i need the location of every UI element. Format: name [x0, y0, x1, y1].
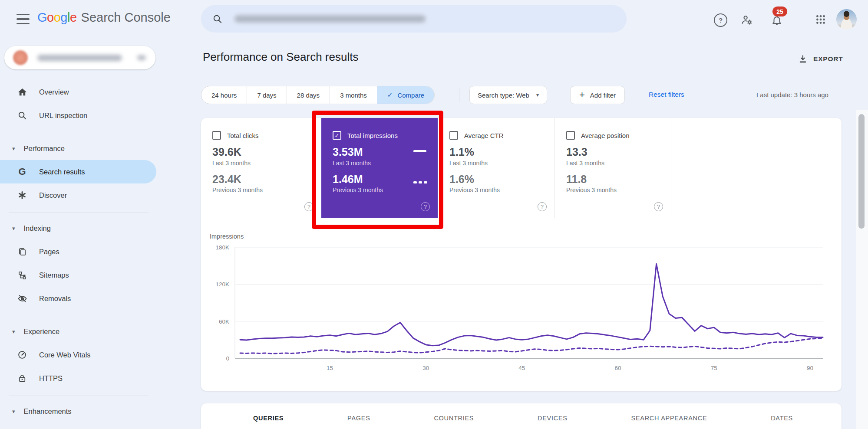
divider: [9, 396, 149, 396]
date-range-segmented-control: 24 hours 7 days 28 days 3 months ✓ Compa…: [201, 86, 435, 104]
svg-text:15: 15: [327, 365, 333, 371]
apps-grid-icon[interactable]: [815, 14, 826, 25]
sidebar-item-sitemaps[interactable]: Sitemaps: [0, 263, 157, 287]
sidebar: Overview URL inspection ▾ Performance G …: [0, 38, 157, 429]
sidebar-section-indexing[interactable]: ▾ Indexing: [0, 216, 157, 240]
sidebar-item-label: HTTPS: [39, 374, 63, 383]
svg-text:60K: 60K: [219, 318, 229, 325]
svg-text:30: 30: [422, 365, 429, 371]
hamburger-menu-icon[interactable]: [17, 14, 30, 24]
impressions-chart[interactable]: 060K120K180K153045607590: [201, 241, 842, 375]
user-settings-icon[interactable]: [741, 14, 753, 26]
sidebar-item-discover[interactable]: Discover: [0, 183, 157, 207]
sidebar-section-performance[interactable]: ▾ Performance: [0, 137, 157, 160]
divider: [9, 133, 149, 133]
metric-cards-row: Total clicks 39.6K Last 3 months 23.4K P…: [201, 118, 842, 218]
lock-icon: [17, 374, 28, 383]
sidebar-item-label: Sitemaps: [39, 271, 69, 279]
section-label: Experience: [24, 327, 60, 336]
svg-text:45: 45: [518, 365, 525, 371]
property-avatar: [13, 50, 28, 65]
app-name-label: Search Console: [81, 10, 171, 25]
chevron-down-icon: ▾: [12, 328, 15, 335]
property-selector-dropdown[interactable]: [4, 46, 155, 69]
tab-countries[interactable]: COUNTRIES: [434, 415, 474, 422]
metric-current-period: Last 3 months: [566, 160, 671, 167]
checkbox-unchecked-icon[interactable]: [212, 131, 221, 140]
metric-card-average-position[interactable]: Average position 13.3 Last 3 months 11.8…: [554, 118, 671, 218]
export-button[interactable]: EXPORT: [798, 52, 843, 66]
vertical-scrollbar[interactable]: [856, 110, 868, 429]
sidebar-section-experience[interactable]: ▾ Experience: [0, 320, 157, 343]
chevron-down-icon: [137, 55, 146, 60]
help-icon[interactable]: ?: [538, 202, 547, 211]
sidebar-item-removals[interactable]: Removals: [0, 287, 157, 310]
google-wordmark: Google: [37, 10, 77, 25]
google-g-icon: G: [17, 167, 28, 177]
reset-filters-link[interactable]: Reset filters: [649, 91, 684, 98]
metric-previous-value: 1.6%: [449, 174, 554, 186]
plus-icon: +: [579, 89, 585, 101]
search-type-dropdown[interactable]: Search type: Web ▾: [469, 86, 547, 104]
account-avatar[interactable]: [836, 9, 857, 29]
metric-current-value: 13.3: [566, 146, 671, 158]
tab-dates[interactable]: DATES: [771, 415, 793, 422]
metric-current-period: Last 3 months: [212, 160, 321, 167]
range-7-days-button[interactable]: 7 days: [247, 86, 286, 104]
sidebar-item-search-results[interactable]: G Search results: [0, 160, 156, 183]
metric-previous-value: 1.46M: [333, 174, 438, 186]
svg-text:180K: 180K: [215, 244, 229, 251]
metric-card-total-clicks[interactable]: Total clicks 39.6K Last 3 months 23.4K P…: [201, 118, 321, 218]
compare-button[interactable]: ✓ Compare: [377, 86, 434, 104]
search-icon: [212, 14, 222, 24]
checkbox-unchecked-icon[interactable]: [566, 131, 575, 140]
metric-current-value: 1.1%: [449, 146, 554, 158]
sidebar-item-pages[interactable]: Pages: [0, 240, 157, 263]
tab-queries[interactable]: QUERIES: [253, 415, 284, 422]
metric-current-value: 3.53M: [333, 146, 438, 158]
checkbox-checked-icon[interactable]: ✓: [333, 131, 341, 140]
help-icon[interactable]: ?: [421, 202, 430, 211]
tab-search-appearance[interactable]: SEARCH APPEARANCE: [631, 415, 707, 422]
sidebar-item-label: Search results: [39, 168, 85, 176]
sidebar-item-https[interactable]: HTTPS: [0, 367, 157, 390]
checkbox-unchecked-icon[interactable]: [449, 131, 458, 140]
chevron-down-icon: ▾: [12, 225, 15, 232]
help-icon[interactable]: ?: [654, 202, 663, 211]
sidebar-section-enhancements[interactable]: ▾ Enhancements: [0, 400, 157, 423]
chevron-down-icon: ▾: [536, 92, 539, 98]
metric-label: Average position: [581, 132, 629, 139]
divider: [9, 213, 149, 213]
tab-devices[interactable]: DEVICES: [538, 415, 568, 422]
check-icon: ✓: [387, 91, 393, 99]
tab-pages[interactable]: PAGES: [347, 415, 370, 422]
sidebar-item-label: Removals: [39, 295, 71, 303]
app-logo[interactable]: Google Search Console: [37, 10, 171, 25]
sidebar-item-url-inspection[interactable]: URL inspection: [0, 104, 157, 127]
sidebar-item-label: Overview: [39, 88, 69, 96]
metric-current-value: 39.6K: [212, 146, 321, 158]
redacted-search-query: [234, 15, 426, 23]
sidebar-item-label: URL inspection: [39, 111, 87, 120]
metric-previous-period: Previous 3 months: [449, 187, 554, 193]
sitemap-tree-icon: [17, 271, 28, 280]
svg-text:75: 75: [711, 365, 717, 371]
range-3-months-button[interactable]: 3 months: [330, 86, 377, 104]
add-filter-button[interactable]: + Add filter: [570, 86, 625, 104]
range-24-hours-button[interactable]: 24 hours: [201, 86, 247, 104]
help-icon[interactable]: ?: [304, 202, 314, 211]
metric-label: Total impressions: [347, 132, 398, 139]
metric-card-average-ctr[interactable]: Average CTR 1.1% Last 3 months 1.6% Prev…: [438, 118, 554, 218]
scrollbar-thumb[interactable]: [858, 114, 865, 229]
range-28-days-button[interactable]: 28 days: [287, 86, 330, 104]
help-icon[interactable]: ?: [714, 13, 727, 27]
sidebar-item-overview[interactable]: Overview: [0, 80, 157, 104]
svg-text:120K: 120K: [215, 281, 229, 288]
pages-icon: [17, 247, 28, 256]
metric-card-total-impressions[interactable]: ✓ Total impressions 3.53M Last 3 months …: [321, 118, 438, 218]
dashed-line-legend-icon: [413, 181, 427, 183]
svg-text:60: 60: [615, 365, 621, 371]
global-search-input[interactable]: [201, 5, 627, 33]
sidebar-item-core-web-vitals[interactable]: Core Web Vitals: [0, 343, 157, 367]
metric-previous-period: Previous 3 months: [566, 187, 671, 193]
